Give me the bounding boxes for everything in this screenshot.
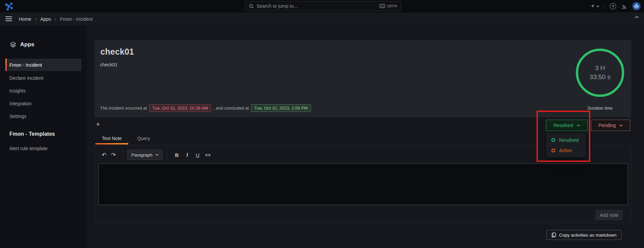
layers-icon <box>10 41 16 48</box>
incident-title: check01 <box>100 47 134 57</box>
menu-item-label: Resolved <box>559 137 579 143</box>
breadcrumb: Home › Apps › Fmon - Incident <box>19 12 93 25</box>
paragraph-label: Paragraph <box>131 152 152 158</box>
sidebar-item-label: Fmon - Incident <box>9 62 42 68</box>
add-note-button[interactable]: Add note <box>595 210 623 221</box>
copy-activities-label: Copy activities as markdown <box>559 233 616 238</box>
sidebar-apps-label: Apps <box>20 41 35 48</box>
timeline-middle: , and concluded at <box>213 106 249 111</box>
breadcrumb-separator: › <box>35 16 37 22</box>
concluded-time-badge: Tue, Oct 31, 2023, 1:59 PM <box>251 104 311 112</box>
chevron-up-icon[interactable] <box>634 15 639 19</box>
search-icon <box>249 4 254 9</box>
chevron-down-icon <box>155 154 158 156</box>
redo-icon[interactable]: ↷ <box>109 151 118 158</box>
undo-icon[interactable]: ↶ <box>99 151 109 158</box>
keyboard-icon <box>379 4 385 8</box>
duration-seconds: 33:50 s <box>590 73 610 82</box>
grafana-logo-icon[interactable] <box>4 2 13 11</box>
sidebar-item-label: Settings <box>9 114 27 119</box>
copy-activities-button[interactable]: Copy activities as markdown <box>546 230 622 240</box>
add-menu-button[interactable]: + <box>591 3 599 9</box>
status-dropdown-menu: Resolved Active <box>546 133 586 157</box>
copy-icon <box>551 232 556 238</box>
incident-description: check01 <box>100 62 118 67</box>
duration-hours: 3 H <box>595 64 605 73</box>
sidebar-templates-header: Fmon - Templates <box>9 131 55 137</box>
breadcrumb-bar: Home › Apps › Fmon - Incident <box>0 12 644 25</box>
bold-button[interactable]: B <box>172 152 182 158</box>
pending-button-label: Pending <box>598 123 615 128</box>
top-navbar: ctrl+k + ? <box>0 0 644 12</box>
duration-gauge: 3 H 33:50 s <box>576 49 624 97</box>
sidebar-item-label: Alert rule template <box>9 146 48 151</box>
paragraph-style-dropdown[interactable]: Paragraph <box>127 150 163 160</box>
search-shortcut-label: ctrl+k <box>387 4 397 8</box>
sidebar-item-integration[interactable]: Integration <box>9 99 32 109</box>
timeline-prefix: The incident occurred at <box>100 106 147 111</box>
underline-button[interactable]: U <box>192 152 203 158</box>
topbar-divider <box>604 3 605 9</box>
breadcrumb-apps[interactable]: Apps <box>40 16 51 22</box>
toolbar-divider <box>123 150 123 159</box>
sidebar-item-label: Integration <box>9 101 32 106</box>
rss-news-icon[interactable] <box>621 3 627 9</box>
sidebar-item-insights[interactable]: Insights <box>9 86 26 96</box>
chevron-down-icon <box>596 5 599 7</box>
menu-item-resolved[interactable]: Resolved <box>546 135 586 145</box>
duration-label: Duration time <box>576 106 624 111</box>
tab-text-note[interactable]: Text Note <box>95 134 128 144</box>
search-box[interactable]: ctrl+k <box>245 1 401 11</box>
italic-button[interactable]: I <box>182 152 192 158</box>
sidebar-item-settings[interactable]: Settings <box>9 111 27 121</box>
sidebar-item-fmon-incident[interactable]: Fmon - Incident <box>5 59 82 71</box>
add-activity-button[interactable]: + <box>96 121 100 128</box>
menu-item-label: Active <box>559 148 572 153</box>
note-input[interactable] <box>98 164 628 205</box>
plus-icon: + <box>591 3 595 9</box>
occurred-time-badge: Tue, Oct 31, 2023, 10:26 AM <box>149 104 211 112</box>
breadcrumb-home[interactable]: Home <box>19 16 31 22</box>
resolved-status-button[interactable]: Resolved <box>546 120 588 131</box>
toolbar-divider <box>167 150 167 159</box>
chevron-down-icon <box>619 124 623 127</box>
menu-item-active[interactable]: Active <box>546 145 586 156</box>
resolved-button-label: Resolved <box>553 123 573 128</box>
sidebar-item-label: Declare Incident <box>9 75 43 81</box>
incident-timeline: The incident occurred at Tue, Oct 31, 20… <box>100 104 311 112</box>
chevron-up-icon <box>577 124 580 127</box>
sidebar-item-declare-incident[interactable]: Declare Incident <box>9 73 43 83</box>
sidebar-apps-header: Apps <box>10 41 35 48</box>
sidebar: Apps Fmon - Incident Declare Incident In… <box>0 25 87 248</box>
breadcrumb-separator: › <box>55 16 56 22</box>
topbar-actions: + ? <box>591 0 641 12</box>
search-input[interactable] <box>257 3 377 9</box>
incident-panel: check01 check01 The incident occurred at… <box>94 40 631 117</box>
pending-status-button[interactable]: Pending <box>591 120 630 131</box>
menu-toggle-icon[interactable] <box>5 16 12 21</box>
help-icon[interactable]: ? <box>610 3 616 9</box>
sidebar-item-label: Insights <box>9 88 26 94</box>
app-window: ctrl+k + ? <box>0 0 644 248</box>
search-shortcut: ctrl+k <box>379 4 397 8</box>
breadcrumb-current: Fmon - Incident <box>60 16 93 22</box>
resolved-status-icon <box>551 138 555 142</box>
tab-query[interactable]: Query <box>133 134 155 144</box>
sidebar-item-alert-rule-template[interactable]: Alert rule template <box>9 143 48 153</box>
code-button[interactable]: <> <box>203 152 213 158</box>
user-avatar[interactable] <box>632 2 641 10</box>
editor-toolbar: ↶ ↷ Paragraph B I U <> <box>99 149 213 160</box>
active-status-icon <box>551 148 555 152</box>
